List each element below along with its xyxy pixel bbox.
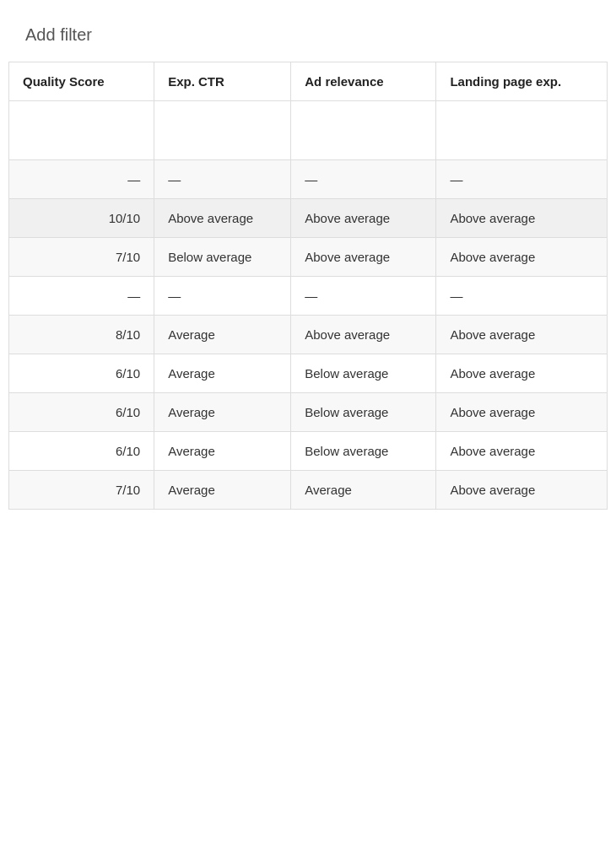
cell-landing-page: Above average [436, 354, 608, 393]
cell-ad-relevance: Above average [291, 316, 436, 354]
cell-exp-ctr: Average [154, 354, 291, 393]
cell-ad-relevance: Below average [291, 393, 436, 432]
table-row: 7/10Below averageAbove averageAbove aver… [9, 238, 608, 277]
table-row: ———— [9, 160, 608, 199]
cell-ad-relevance: — [291, 277, 436, 316]
cell-ad-relevance: Above average [291, 238, 436, 277]
quality-score-table: Quality Score Exp. CTR Ad relevance Land… [8, 62, 608, 510]
cell-exp-ctr: Below average [154, 238, 291, 277]
cell-quality-score: 6/10 [9, 393, 154, 432]
cell-quality-score: 8/10 [9, 316, 154, 354]
add-filter-label[interactable]: Add filter [8, 17, 608, 62]
cell-exp-ctr: Average [154, 393, 291, 432]
cell-quality-score: 7/10 [9, 471, 154, 510]
cell-quality-score: — [9, 160, 154, 199]
table-row: 6/10AverageBelow averageAbove average [9, 393, 608, 432]
cell-quality-score: 7/10 [9, 238, 154, 277]
table-row: 8/10AverageAbove averageAbove average [9, 316, 608, 354]
table-row [9, 101, 608, 160]
cell-landing-page: Above average [436, 471, 608, 510]
table-row: 6/10AverageBelow averageAbove average [9, 432, 608, 471]
cell-exp-ctr: Average [154, 471, 291, 510]
cell-landing-page: — [436, 277, 608, 316]
cell-ad-relevance: Below average [291, 432, 436, 471]
table-row: 6/10AverageBelow averageAbove average [9, 354, 608, 393]
cell-landing-page: Above average [436, 316, 608, 354]
cell-quality-score: 6/10 [9, 432, 154, 471]
header-quality-score: Quality Score [9, 62, 154, 101]
table-row: 10/10Above averageAbove averageAbove ave… [9, 199, 608, 238]
cell-ad-relevance: Below average [291, 354, 436, 393]
header-exp-ctr: Exp. CTR [154, 62, 291, 101]
cell-quality-score: — [9, 277, 154, 316]
cell-exp-ctr: — [154, 160, 291, 199]
cell-exp-ctr: Above average [154, 199, 291, 238]
cell-quality-score: 10/10 [9, 199, 154, 238]
cell-exp-ctr [154, 101, 291, 160]
cell-ad-relevance: Average [291, 471, 436, 510]
table-row: ———— [9, 277, 608, 316]
cell-landing-page: Above average [436, 199, 608, 238]
cell-landing-page: Above average [436, 238, 608, 277]
table-header-row: Quality Score Exp. CTR Ad relevance Land… [9, 62, 608, 101]
header-ad-relevance: Ad relevance [291, 62, 436, 101]
cell-exp-ctr: Average [154, 432, 291, 471]
page-container: Add filter Quality Score Exp. CTR Ad rel… [0, 0, 616, 864]
cell-ad-relevance [291, 101, 436, 160]
cell-quality-score [9, 101, 154, 160]
cell-quality-score: 6/10 [9, 354, 154, 393]
cell-landing-page: Above average [436, 393, 608, 432]
cell-exp-ctr: — [154, 277, 291, 316]
cell-ad-relevance: — [291, 160, 436, 199]
table-row: 7/10AverageAverageAbove average [9, 471, 608, 510]
cell-landing-page [436, 101, 608, 160]
cell-exp-ctr: Average [154, 316, 291, 354]
cell-landing-page: — [436, 160, 608, 199]
header-landing-page: Landing page exp. [436, 62, 608, 101]
cell-landing-page: Above average [436, 432, 608, 471]
cell-ad-relevance: Above average [291, 199, 436, 238]
